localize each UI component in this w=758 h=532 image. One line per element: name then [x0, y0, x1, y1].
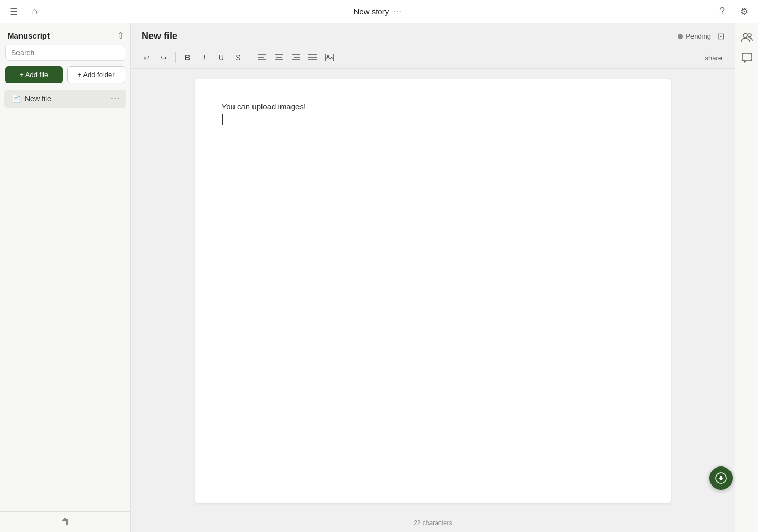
right-sidebar: [735, 23, 758, 532]
align-left-button[interactable]: [255, 50, 269, 65]
layout-toggle-button[interactable]: ⊡: [717, 31, 724, 41]
pending-badge: Pending: [678, 32, 711, 40]
add-folder-button[interactable]: + Add folder: [67, 66, 126, 83]
menu-button[interactable]: ☰: [6, 4, 21, 19]
file-item-left: 📄 New file: [12, 95, 51, 103]
main-layout: Manuscript ⇧ + Add file + Add folder 📄 N…: [0, 23, 758, 532]
image-button[interactable]: [322, 50, 337, 65]
redo-button[interactable]: ↪: [156, 50, 171, 65]
search-input[interactable]: [11, 49, 119, 57]
bold-button[interactable]: B: [180, 50, 195, 65]
trash-button[interactable]: 🗑: [61, 517, 70, 527]
add-file-button[interactable]: + Add file: [5, 66, 63, 83]
comments-button[interactable]: [737, 49, 756, 68]
align-center-button[interactable]: [272, 50, 286, 65]
sidebar-footer: 🗑: [0, 511, 130, 532]
editor-line-1: You can upload images!: [222, 100, 644, 113]
share-button[interactable]: share: [700, 52, 726, 64]
align-right-button[interactable]: [288, 50, 303, 65]
cursor-line: [222, 113, 644, 125]
pending-dot: [678, 34, 683, 39]
undo-button[interactable]: ↩: [139, 50, 154, 65]
editor-text-content: You can upload images!: [222, 100, 644, 125]
editor-content-wrapper: You can upload images!: [131, 69, 735, 514]
topbar-right: ? ⚙: [715, 4, 752, 19]
search-box[interactable]: [5, 45, 125, 61]
story-title: New story: [353, 7, 389, 16]
text-cursor: [222, 114, 223, 125]
topbar-left: ☰ ⌂: [6, 4, 42, 19]
file-item-more[interactable]: ···: [111, 94, 121, 104]
justify-button[interactable]: [305, 50, 320, 65]
collaborators-button[interactable]: [737, 27, 756, 46]
editor-page: You can upload images!: [195, 79, 671, 503]
sidebar: Manuscript ⇧ + Add file + Add folder 📄 N…: [0, 23, 131, 532]
home-button[interactable]: ⌂: [27, 4, 42, 19]
editor-panel: New file Pending ⊡ ↩ ↪ B I U S: [131, 23, 735, 532]
svg-point-19: [748, 34, 751, 37]
editor-header: New file Pending ⊡: [131, 23, 735, 47]
topbar: ☰ ⌂ New story ··· ? ⚙: [0, 0, 758, 23]
settings-button[interactable]: ⚙: [737, 4, 752, 19]
file-name: New file: [25, 95, 51, 103]
editor-title: New file: [142, 31, 177, 42]
help-button[interactable]: ?: [715, 4, 729, 19]
editor-footer: 22 characters: [131, 514, 735, 532]
char-count: 22 characters: [414, 519, 452, 527]
svg-rect-20: [742, 53, 752, 61]
svg-point-18: [743, 33, 747, 38]
editor-toolbar: ↩ ↪ B I U S share: [131, 47, 735, 69]
toolbar-divider-1: [175, 52, 176, 63]
italic-button[interactable]: I: [197, 50, 212, 65]
file-item[interactable]: 📄 New file ···: [4, 90, 126, 108]
pending-label: Pending: [686, 32, 711, 40]
toolbar-divider-2: [250, 52, 250, 63]
sidebar-title: Manuscript: [7, 31, 50, 40]
file-list: 📄 New file ···: [0, 90, 130, 511]
story-more-dots[interactable]: ···: [393, 7, 403, 16]
fab-button[interactable]: [709, 466, 733, 490]
strikethrough-button[interactable]: S: [231, 50, 246, 65]
underline-button[interactable]: U: [214, 50, 229, 65]
upload-button[interactable]: ⇧: [117, 31, 124, 41]
topbar-center: New story ···: [353, 7, 403, 16]
sidebar-header: Manuscript ⇧: [0, 23, 130, 45]
editor-header-right: Pending ⊡: [678, 31, 724, 41]
sidebar-buttons: + Add file + Add folder: [0, 66, 130, 90]
file-icon: 📄: [12, 95, 21, 103]
